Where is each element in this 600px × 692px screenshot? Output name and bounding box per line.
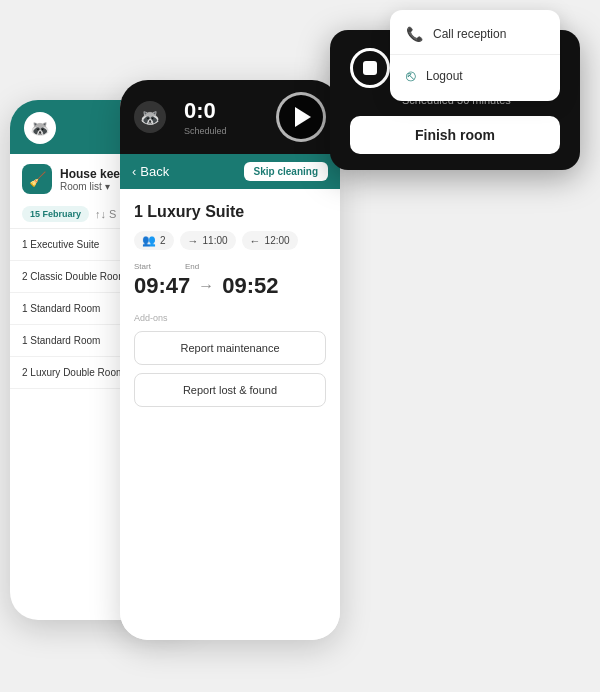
checkin-pill: → 11:00 <box>180 231 236 250</box>
phone-mid: 🦝 0:0 Scheduled ‹ Back Skip cleaning 1 L… <box>120 80 340 640</box>
raccoon-icon-mid: 🦝 <box>140 108 160 127</box>
play-triangle-icon <box>295 107 311 127</box>
back-button[interactable]: ‹ Back <box>132 164 169 179</box>
back-arrow-icon: ‹ <box>132 164 136 179</box>
report-maintenance-button[interactable]: Report maintenance <box>134 331 326 365</box>
end-time: 09:52 <box>222 273 278 299</box>
back-label: Back <box>140 164 169 179</box>
time-section: Start End 09:47 → 09:52 <box>134 262 326 299</box>
guests-pill: 👥 2 <box>134 231 174 250</box>
mid-timer-partial: 0:0 <box>184 98 227 124</box>
sort-icon[interactable]: ↑↓ S <box>95 208 116 220</box>
menu-logout[interactable]: ⎋ Logout <box>390 57 560 95</box>
guests-icon: 👥 <box>142 234 156 247</box>
room-detail-content: 1 Luxury Suite 👥 2 → 11:00 ← 12:00 Start… <box>120 189 340 640</box>
skip-cleaning-button[interactable]: Skip cleaning <box>244 162 328 181</box>
room-title: 1 Luxury Suite <box>134 203 326 221</box>
checkout-pill: ← 12:00 <box>242 231 298 250</box>
mid-scheduled-label: Scheduled <box>184 126 227 136</box>
checkout-time: 12:00 <box>265 235 290 246</box>
logout-icon: ⎋ <box>406 67 416 85</box>
checkin-icon: → <box>188 235 199 247</box>
dropdown-menu: 📞 Call reception ⎋ Logout <box>390 10 560 101</box>
mid-timer-section: 🦝 0:0 Scheduled <box>120 80 340 154</box>
stop-timer-button[interactable] <box>350 48 390 88</box>
checkout-icon: ← <box>250 235 261 247</box>
stop-icon <box>363 61 377 75</box>
info-pills: 👥 2 → 11:00 ← 12:00 <box>134 231 326 250</box>
raccoon-icon: 🦝 <box>30 119 50 138</box>
checkin-time: 11:00 <box>203 235 228 246</box>
start-time: 09:47 <box>134 273 190 299</box>
time-arrow-icon: → <box>198 277 214 295</box>
menu-divider <box>390 54 560 55</box>
raccoon-logo-mid: 🦝 <box>134 101 166 133</box>
broom-icon: 🧹 <box>22 164 52 194</box>
time-labels-row: Start End <box>134 262 326 271</box>
raccoon-logo-back: 🦝 <box>24 112 56 144</box>
chevron-down-icon: ▾ <box>105 181 110 192</box>
time-values-row: 09:47 → 09:52 <box>134 273 326 299</box>
start-label: Start <box>134 262 151 271</box>
report-lost-found-button[interactable]: Report lost & found <box>134 373 326 407</box>
guests-count: 2 <box>160 235 166 246</box>
menu-call-reception[interactable]: 📞 Call reception <box>390 16 560 52</box>
end-label: End <box>185 262 199 271</box>
menu-call-label: Call reception <box>433 27 506 41</box>
addons-label: Add-ons <box>134 313 326 323</box>
date-badge[interactable]: 15 February <box>22 206 89 222</box>
menu-logout-label: Logout <box>426 69 463 83</box>
phone-icon: 📞 <box>406 26 423 42</box>
finish-room-button[interactable]: Finish room <box>350 116 560 154</box>
play-button[interactable] <box>276 92 326 142</box>
